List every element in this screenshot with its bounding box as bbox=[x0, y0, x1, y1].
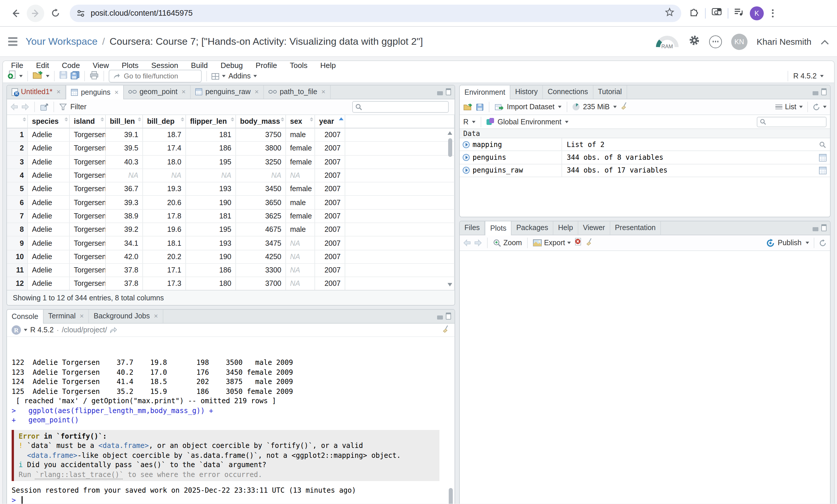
table-cell[interactable]: Adelie bbox=[28, 237, 70, 250]
console-prompt[interactable]: > bbox=[12, 495, 446, 504]
clear-console-broom-icon[interactable] bbox=[442, 325, 450, 335]
clear-plots-broom-icon[interactable] bbox=[585, 238, 593, 248]
table-cell[interactable]: 186 bbox=[186, 264, 236, 277]
table-cell[interactable]: NA bbox=[236, 169, 286, 183]
table-cell[interactable]: 3700 bbox=[236, 277, 286, 290]
menu-tools[interactable]: Tools bbox=[290, 61, 307, 70]
table-cell[interactable]: male bbox=[286, 223, 315, 237]
table-cell[interactable]: 2007 bbox=[315, 210, 345, 223]
column-header-flipper_len[interactable]: flipper_len bbox=[186, 115, 236, 128]
close-tab-icon[interactable]: × bbox=[56, 88, 60, 96]
console-scrollbar[interactable] bbox=[448, 337, 453, 504]
table-cell[interactable]: 3250 bbox=[236, 156, 286, 169]
open-file-caret[interactable] bbox=[46, 75, 49, 77]
table-cell[interactable]: Adelie bbox=[28, 182, 70, 196]
table-cell[interactable]: 3750 bbox=[236, 128, 286, 142]
table-cell[interactable]: 39.5 bbox=[106, 142, 143, 156]
table-cell[interactable]: 181 bbox=[186, 210, 236, 223]
clear-environment-broom-icon[interactable] bbox=[620, 102, 628, 112]
source-tab-penguins-raw[interactable]: penguins_raw× bbox=[191, 85, 264, 99]
table-cell[interactable]: 39.2 bbox=[106, 223, 143, 237]
table-cell[interactable]: female bbox=[286, 142, 315, 156]
table-cell[interactable]: NA bbox=[286, 250, 315, 264]
column-header-year[interactable]: year bbox=[315, 115, 345, 128]
nav-back-icon[interactable] bbox=[11, 103, 18, 110]
table-cell[interactable]: Adelie bbox=[28, 277, 70, 290]
table-cell[interactable]: male bbox=[286, 128, 315, 142]
menu-edit[interactable]: Edit bbox=[36, 61, 49, 70]
source-tab-path-to-file[interactable]: path_to_file× bbox=[264, 85, 331, 99]
new-file-icon[interactable] bbox=[7, 70, 16, 82]
table-cell[interactable]: Adelie bbox=[28, 223, 70, 237]
expand-object-icon[interactable] bbox=[463, 154, 470, 161]
environment-object-mapping[interactable]: mappingList of 2 bbox=[460, 138, 830, 151]
table-cell[interactable]: 2007 bbox=[315, 156, 345, 169]
table-cell[interactable]: 2007 bbox=[315, 196, 345, 210]
open-new-window-icon[interactable] bbox=[40, 103, 48, 111]
table-cell[interactable]: Torgersen bbox=[70, 182, 106, 196]
maximize-pane-icon[interactable] bbox=[821, 224, 826, 231]
table-cell[interactable]: 3625 bbox=[236, 210, 286, 223]
table-cell[interactable]: 195 bbox=[186, 156, 236, 169]
table-cell[interactable]: Adelie bbox=[28, 169, 70, 183]
table-cell[interactable]: 17.1 bbox=[143, 264, 186, 277]
menu-view[interactable]: View bbox=[93, 61, 109, 70]
table-cell[interactable]: female bbox=[286, 156, 315, 169]
list-view-caret[interactable] bbox=[799, 106, 803, 108]
close-tab-icon[interactable]: × bbox=[254, 88, 259, 96]
menu-profile[interactable]: Profile bbox=[256, 61, 277, 70]
table-cell[interactable]: 18.1 bbox=[143, 237, 186, 250]
maximize-pane-icon[interactable] bbox=[446, 312, 451, 320]
maximize-pane-icon[interactable] bbox=[446, 88, 451, 95]
minimize-pane-icon[interactable] bbox=[437, 316, 443, 320]
close-tab-icon[interactable]: × bbox=[114, 88, 119, 96]
column-header-sex[interactable]: sex bbox=[286, 115, 315, 128]
pane-layout-caret[interactable] bbox=[222, 75, 226, 77]
settings-gear-icon[interactable] bbox=[689, 35, 700, 48]
refresh-icon[interactable] bbox=[48, 5, 63, 21]
table-cell[interactable]: 180 bbox=[186, 277, 236, 290]
export-plot-button[interactable]: Export bbox=[533, 239, 571, 247]
publish-caret[interactable] bbox=[806, 242, 809, 244]
column-header-island[interactable]: island bbox=[70, 115, 106, 128]
pane-layout-icon[interactable] bbox=[212, 73, 219, 79]
tab-console[interactable]: Console bbox=[7, 309, 43, 324]
table-cell[interactable]: 38.9 bbox=[106, 210, 143, 223]
tab-tutorial[interactable]: Tutorial bbox=[593, 85, 627, 99]
maximize-pane-icon[interactable] bbox=[821, 88, 826, 95]
address-bar[interactable]: posit.cloud/content/11645975 bbox=[70, 4, 681, 22]
table-cell[interactable]: 3300 bbox=[236, 264, 286, 277]
open-file-icon[interactable] bbox=[33, 71, 43, 82]
table-cell[interactable]: 17.3 bbox=[143, 277, 186, 290]
publish-button[interactable]: Publish bbox=[778, 239, 802, 247]
table-cell[interactable]: NA bbox=[286, 277, 315, 290]
breadcrumb-workspace-link[interactable]: Your Workspace bbox=[25, 36, 97, 47]
menu-plots[interactable]: Plots bbox=[122, 61, 139, 70]
addins-button[interactable]: Addins bbox=[228, 72, 250, 80]
environment-scope-selector[interactable]: Global Environment bbox=[498, 118, 562, 126]
addins-caret[interactable] bbox=[253, 75, 257, 77]
table-cell[interactable]: 2007 bbox=[315, 182, 345, 196]
table-cell[interactable]: NA bbox=[186, 169, 236, 183]
refresh-environment-icon[interactable] bbox=[813, 103, 820, 111]
menu-help[interactable]: Help bbox=[320, 61, 336, 70]
table-cell[interactable]: Torgersen bbox=[70, 277, 106, 290]
import-dataset-caret[interactable] bbox=[558, 106, 562, 108]
table-cell[interactable]: 3475 bbox=[236, 237, 286, 250]
url-text[interactable]: posit.cloud/content/11645975 bbox=[91, 9, 665, 17]
table-cell[interactable]: 2007 bbox=[315, 128, 345, 142]
table-cell[interactable]: 3450 bbox=[236, 182, 286, 196]
table-cell[interactable]: Adelie bbox=[28, 142, 70, 156]
table-cell[interactable]: NA bbox=[286, 169, 315, 183]
goto-file-input[interactable] bbox=[123, 71, 186, 81]
memory-usage[interactable]: 235 MiB bbox=[583, 103, 610, 111]
table-cell[interactable]: 190 bbox=[186, 250, 236, 264]
inspect-icon[interactable] bbox=[819, 141, 826, 148]
column-header-bill_len[interactable]: bill_len bbox=[106, 115, 143, 128]
table-cell[interactable]: Torgersen bbox=[70, 169, 106, 183]
table-cell[interactable]: NA bbox=[286, 264, 315, 277]
zoom-plot-button[interactable]: Zoom bbox=[493, 239, 522, 247]
expand-object-icon[interactable] bbox=[463, 141, 470, 148]
table-cell[interactable]: 4675 bbox=[236, 223, 286, 237]
table-cell[interactable]: Adelie bbox=[28, 196, 70, 210]
